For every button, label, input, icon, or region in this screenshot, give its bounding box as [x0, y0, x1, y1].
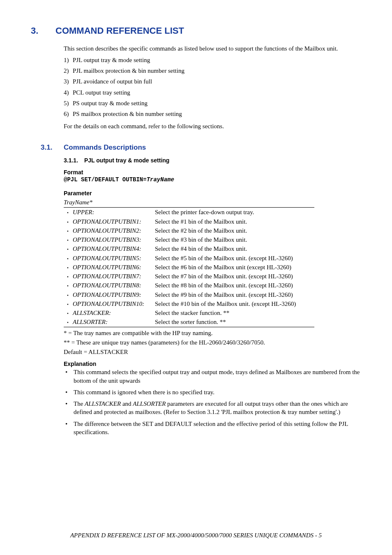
bullet-icon: • — [67, 263, 73, 271]
numbered-list: 1)PJL output tray & mode setting 2)PJL m… — [64, 56, 361, 118]
param-key: OPTIONALOUTPUTBIN4: — [73, 245, 155, 253]
bullet-icon: • — [64, 420, 74, 437]
list-item-text: PJL avoidance of output bin full — [73, 77, 152, 86]
explanation-text: This command is ignored when there is no… — [74, 388, 361, 396]
bullet-icon: • — [64, 368, 74, 385]
parameter-name: TrayName* — [64, 198, 361, 206]
list-item-number: 6) — [64, 110, 73, 118]
param-key: OPTIONALOUTPUTBIN6: — [73, 263, 155, 271]
format-code-variable: TrayName — [147, 176, 174, 183]
footnotes: * = The tray names are compatible with t… — [64, 329, 361, 356]
bullet-icon: • — [67, 236, 73, 244]
list-item-text: PS output tray & mode setting — [73, 99, 148, 107]
bullet-icon: • — [67, 217, 73, 226]
param-key: OPTIONALOUTPUTBIN8: — [73, 281, 155, 289]
table-row: •OPTIONALOUTPUTBIN3:Select the #3 bin of… — [64, 235, 314, 244]
list-item: 1)PJL output tray & mode setting — [64, 56, 361, 64]
param-desc: Select the #8 bin of the Mailbox unit. (… — [155, 281, 314, 289]
table-row: •ALLSTACKER:Select the stacker function.… — [64, 308, 314, 317]
heading-2-title: Commands Descriptions — [64, 143, 146, 153]
bullet-icon: • — [67, 254, 73, 262]
parameter-label: Parameter — [64, 190, 361, 197]
list-item: 3)PJL avoidance of output bin full — [64, 77, 361, 86]
format-code-prefix: @PJL SET/DEFAULT OUTBIN= — [64, 176, 147, 183]
param-desc: Select the sorter function. ** — [155, 318, 314, 326]
page-footer: APPENDIX D REFERENCE LIST OF MX-2000/400… — [0, 531, 392, 539]
table-row: •OPTIONALOUTPUTBIN4:Select the #4 bin of… — [64, 244, 314, 253]
param-desc: Select the stacker function. ** — [155, 309, 314, 317]
param-key: OPTIONALOUTPUTBIN5: — [73, 254, 155, 262]
heading-2: 3.1. Commands Descriptions — [41, 143, 361, 153]
param-desc: Select the #5 bin of the Mailbox unit. (… — [155, 254, 314, 262]
explanation-list: • This command selects the specified out… — [64, 368, 361, 436]
format-code: @PJL SET/DEFAULT OUTBIN=TrayName — [64, 176, 361, 184]
closing-paragraph: For the details on each command, refer t… — [64, 122, 361, 130]
bullet-icon: • — [67, 245, 73, 253]
bullet-icon: • — [67, 227, 73, 235]
param-key: ALLSORTER: — [73, 318, 155, 326]
param-desc: Select the #6 bin of the Mailbox unit (e… — [155, 263, 314, 271]
table-row: •OPTIONALOUTPUTBIN1:Select the #1 bin of… — [64, 217, 314, 226]
heading-1-number: 3. — [31, 25, 55, 37]
param-key: OPTIONALOUTPUTBIN1: — [73, 217, 155, 226]
list-item: 2)PJL mailbox protection & bin number se… — [64, 67, 361, 75]
bullet-icon: • — [64, 400, 74, 416]
intro-paragraph: This section describes the specific comm… — [64, 44, 361, 53]
list-item-number: 3) — [64, 77, 73, 86]
explanation-text: The difference between the SET and DEFAU… — [74, 420, 361, 437]
text-fragment: and — [121, 400, 133, 407]
section-body: Format @PJL SET/DEFAULT OUTBIN=TrayName … — [64, 169, 361, 437]
list-item-number: 5) — [64, 99, 73, 107]
list-item-text: PCL output tray setting — [73, 88, 130, 97]
parameter-table: •UPPER:Select the printer face-down outp… — [64, 207, 314, 327]
param-key: UPPER: — [73, 208, 155, 216]
bullet-icon: • — [67, 300, 73, 308]
table-row: •ALLSORTER:Select the sorter function. *… — [64, 317, 314, 326]
param-desc: Select the #1 bin of the Mailbox unit. — [155, 217, 314, 226]
param-key: OPTIONALOUTPUTBIN7: — [73, 272, 155, 280]
bullet-icon: • — [67, 281, 73, 289]
table-row: •OPTIONALOUTPUTBIN8:Select the #8 bin of… — [64, 281, 314, 290]
explanation-label: Explanation — [64, 360, 361, 368]
list-item-number: 2) — [64, 67, 73, 75]
list-item: • This command is ignored when there is … — [64, 388, 361, 396]
list-item-text: PJL output tray & mode setting — [73, 56, 150, 64]
footnote-2: ** = These are unique tray names (parame… — [64, 338, 361, 347]
param-key: OPTIONALOUTPUTBIN3: — [73, 236, 155, 244]
list-item: 5)PS output tray & mode setting — [64, 99, 361, 107]
list-item: • The ALLSTACKER and ALLSORTER parameter… — [64, 400, 361, 416]
bullet-icon: • — [64, 388, 74, 396]
explanation-text: This command selects the specified outpu… — [74, 368, 361, 385]
table-row: •OPTIONALOUTPUTBIN9:Select the #9 bin of… — [64, 290, 314, 299]
table-row: •OPTIONALOUTPUTBIN10:Select the #10 bin … — [64, 299, 314, 308]
param-key: OPTIONALOUTPUTBIN2: — [73, 227, 155, 235]
list-item-number: 4) — [64, 88, 73, 97]
bullet-icon: • — [67, 318, 73, 326]
heading-2-number: 3.1. — [41, 143, 64, 153]
param-key: OPTIONALOUTPUTBIN10: — [73, 300, 155, 308]
bullet-icon: • — [67, 272, 73, 280]
heading-1-title: COMMAND REFERENCE LIST — [55, 25, 184, 37]
bullet-icon: • — [67, 309, 73, 317]
intro-block: This section describes the specific comm… — [64, 44, 361, 131]
list-item-text: PJL mailbox protection & bin number sett… — [73, 67, 184, 75]
list-item: 6)PS mailbox protection & bin number set… — [64, 110, 361, 118]
explanation-text: The ALLSTACKER and ALLSORTER parameters … — [74, 400, 361, 416]
param-desc: Select the #3 bin of the Mailbox unit. — [155, 236, 314, 244]
param-desc: Select the #10 bin of the Mailbox unit. … — [155, 300, 314, 308]
param-desc: Select the printer face-down output tray… — [155, 208, 314, 216]
bullet-icon: • — [67, 291, 73, 299]
heading-3-number: 3.1.1. — [64, 157, 84, 164]
table-row: •OPTIONALOUTPUTBIN5:Select the #5 bin of… — [64, 254, 314, 263]
list-item-text: PS mailbox protection & bin number setti… — [73, 110, 182, 118]
text-emphasis: ALLSTACKER — [85, 400, 121, 407]
footnote-1: * = The tray names are compatible with t… — [64, 329, 361, 337]
text-fragment: The — [74, 400, 85, 407]
list-item: • This command selects the specified out… — [64, 368, 361, 385]
list-item: 4)PCL output tray setting — [64, 88, 361, 97]
param-desc: Select the #4 bin of the Mailbox unit. — [155, 245, 314, 253]
heading-1: 3. COMMAND REFERENCE LIST — [31, 25, 361, 37]
footnote-3: Default = ALLSTACKER — [64, 348, 361, 356]
param-desc: Select the #7 bin of the Mailbox unit. (… — [155, 272, 314, 280]
param-desc: Select the #9 bin of the Mailbox unit. (… — [155, 291, 314, 299]
